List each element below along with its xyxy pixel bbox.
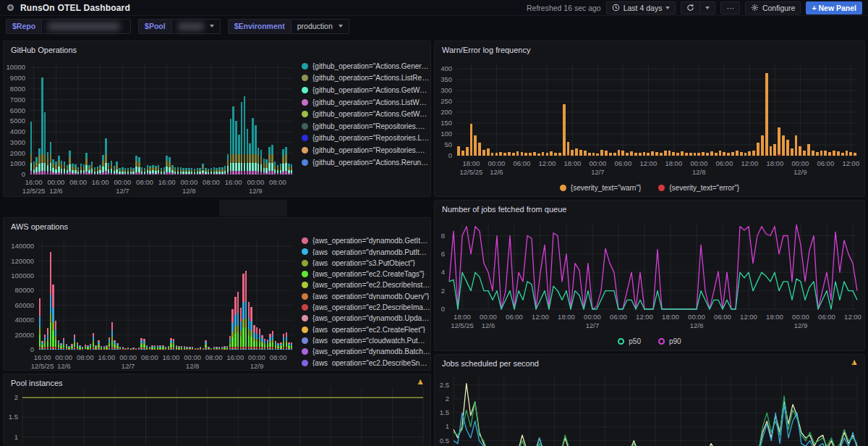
refresh-button[interactable]	[681, 1, 699, 14]
legend-label: {github_operation="Repositories.ListColl…	[312, 134, 430, 142]
legend-item[interactable]: {aws_operation="ec2.DescribeSnapshots"}	[302, 359, 430, 366]
legend-item[interactable]: {aws_operation="cloudwatch.PutMetricData…	[302, 337, 430, 345]
svg-text:00:00: 00:00	[247, 178, 264, 186]
legend-item[interactable]: {github_operation="Actions.GetWorkflowJo…	[302, 86, 430, 94]
svg-text:00:00: 00:00	[690, 159, 707, 167]
legend-item[interactable]: {github_operation="Actions.ListWorkflowJ…	[302, 98, 430, 106]
repo-variable-input[interactable]	[41, 19, 131, 34]
configure-button[interactable]: Configure	[745, 1, 801, 14]
svg-text:08:00: 08:00	[205, 353, 223, 361]
legend-item[interactable]: {aws_operation="dynamodb.PutItem"}	[302, 248, 430, 256]
svg-text:12/8: 12/8	[690, 321, 704, 328]
warning-icon[interactable]: ▲!	[850, 358, 859, 366]
legend-swatch	[302, 360, 308, 366]
svg-text:06:00: 06:00	[714, 313, 731, 321]
svg-text:400: 400	[441, 64, 452, 72]
svg-text:60000: 60000	[15, 301, 34, 309]
svg-text:00:00: 00:00	[180, 178, 197, 186]
legend-item[interactable]: p90	[658, 337, 681, 345]
svg-text:08:00: 08:00	[203, 178, 220, 186]
svg-text:0.5: 0.5	[440, 437, 449, 445]
environment-variable-dropdown[interactable]: production	[291, 19, 349, 34]
warning-icon[interactable]: ▲!	[416, 377, 425, 386]
legend-label: {aws_operation="dynamodb.UpdateItem"}	[312, 315, 430, 322]
legend-item[interactable]: {aws_operation="dynamodb.UpdateItem"}	[302, 315, 430, 322]
svg-text:12/7: 12/7	[122, 362, 135, 370]
legend-swatch	[658, 185, 665, 191]
pool-variable-dropdown[interactable]	[171, 19, 221, 34]
aws-operations-chart[interactable]: 0200004000060000800001000001200001400001…	[5, 235, 299, 371]
legend-label: {aws_operation="dynamodb.Query"}	[312, 293, 429, 300]
legend-item[interactable]: {aws_operation="dynamodb.GetItem"}	[302, 237, 430, 245]
panel-title[interactable]: Number of jobs fetched from queue	[442, 205, 566, 214]
environment-value: production	[297, 22, 333, 30]
pool-instances-chart[interactable]: 11.52	[5, 384, 429, 446]
clock-icon	[612, 4, 620, 12]
svg-text:2: 2	[14, 393, 18, 401]
legend-swatch	[302, 75, 308, 81]
legend-item[interactable]: {github_operation="Actions.ListRepositor…	[302, 74, 430, 82]
svg-text:1.5: 1.5	[9, 413, 18, 421]
legend-label: {aws_operation="ec2.DescribeInstances"}	[312, 282, 430, 289]
legend-swatch	[302, 111, 308, 117]
variables-row: $Repo $Pool $Environment production	[0, 16, 868, 36]
legend-label: {aws_operation="ec2.DescribeSnapshots"}	[312, 359, 430, 366]
legend-label: {github_operation="Actions.ListRepositor…	[312, 74, 430, 82]
panel-pool-instances: Pool instances ▲! 11.52	[3, 374, 431, 446]
legend-swatch	[302, 348, 308, 355]
jobs-scheduled-chart[interactable]: 0.511.522.5	[436, 372, 863, 446]
panel-title[interactable]: GitHub Operations	[11, 46, 77, 54]
refresh-interval-dropdown[interactable]	[699, 1, 715, 14]
svg-text:0: 0	[30, 345, 34, 353]
svg-text:12/5/25: 12/5/25	[460, 168, 483, 176]
svg-text:18:00: 18:00	[564, 159, 582, 167]
svg-text:16:00: 16:00	[158, 178, 176, 186]
legend-item[interactable]: {github_operation="Actions.RerunFailedJo…	[302, 159, 430, 167]
legend-item[interactable]: {aws_operation="s3.PutObject"}	[302, 259, 430, 266]
svg-text:06:00: 06:00	[610, 313, 627, 321]
legend-item[interactable]: {aws_operation="ec2.CreateTags"}	[302, 271, 430, 278]
svg-text:12/9: 12/9	[249, 187, 263, 195]
svg-text:06:00: 06:00	[614, 159, 631, 167]
legend-item[interactable]: {aws_operation="ec2.DescribeImages"}	[302, 304, 430, 311]
legend-item[interactable]: {aws_operation="dynamodb.BatchGetItem"}	[302, 348, 430, 355]
legend-item[interactable]: {github_operation="Actions.GetWorkflowRu…	[302, 110, 430, 118]
svg-text:12/5/25: 12/5/25	[451, 321, 474, 328]
panel-title[interactable]: Jobs scheduled per second	[442, 359, 539, 368]
svg-text:06:00: 06:00	[514, 159, 531, 167]
legend-item[interactable]: {github_operation="Actions.GenerateRepoJ…	[302, 62, 430, 70]
svg-text:12:00: 12:00	[844, 313, 861, 321]
legend-item[interactable]: {severity_text="error"}	[658, 184, 739, 192]
legend-item[interactable]: {github_operation="Repositories.Get"}	[302, 146, 430, 154]
jobs-fetched-chart[interactable]: 0246818:0012/5/2500:0012/606:0012:0018:0…	[436, 218, 863, 328]
legend-item[interactable]: {github_operation="Repositories.GetConte…	[302, 122, 430, 130]
panel-title[interactable]: AWS operations	[11, 222, 68, 231]
svg-text:5000: 5000	[10, 117, 25, 125]
warn-error-chart[interactable]: 05010015020025030035040018:0012/5/2500:0…	[436, 59, 863, 177]
legend-item[interactable]: {github_operation="Repositories.ListColl…	[302, 134, 430, 142]
legend-item[interactable]: p50	[618, 337, 641, 345]
legend-item[interactable]: {severity_text="warn"}	[560, 184, 641, 192]
svg-text:250: 250	[441, 97, 452, 105]
new-panel-button[interactable]: + New Panel	[806, 1, 862, 14]
legend-item[interactable]: {aws_operation="ec2.CreateFleet"}	[302, 326, 430, 333]
panel-jobs-scheduled: Jobs scheduled per second ▲! 0.511.522.5	[434, 354, 865, 446]
legend-label: {severity_text="warn"}	[571, 184, 641, 192]
legend-swatch	[302, 304, 308, 311]
svg-text:12:00: 12:00	[639, 159, 657, 167]
github-operations-chart[interactable]: 0100020003000400050006000700080009000100…	[5, 59, 299, 196]
time-range-picker[interactable]: Last 4 days	[606, 1, 676, 14]
legend-item[interactable]: {aws_operation="dynamodb.Query"}	[302, 293, 430, 300]
svg-text:140000: 140000	[11, 242, 34, 250]
svg-text:350: 350	[441, 75, 452, 83]
panel-aws-operations: AWS operations 0200004000060000800001000…	[3, 217, 431, 371]
svg-text:16:00: 16:00	[163, 353, 180, 361]
legend-item[interactable]: {aws_operation="ec2.DescribeInstances"}	[302, 282, 430, 289]
panel-title[interactable]: Pool instances	[11, 379, 63, 387]
more-options-button[interactable]: ···	[720, 1, 740, 14]
panel-title[interactable]: Warn/Error log frequency	[442, 46, 530, 54]
environment-variable-label: $Environment	[228, 19, 291, 34]
legend-swatch	[302, 315, 308, 321]
legend-label: {aws_operation="dynamodb.PutItem"}	[312, 248, 430, 256]
gear-icon	[751, 4, 759, 12]
